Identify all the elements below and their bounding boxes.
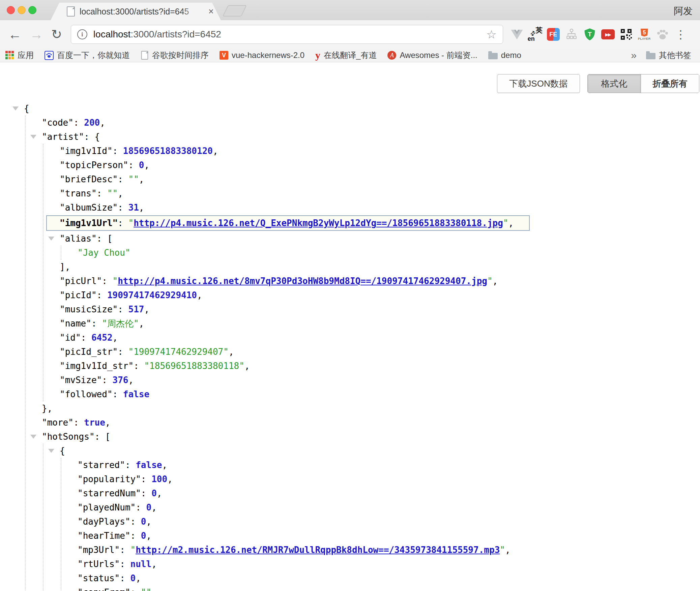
reload-button[interactable]: ↻ [51,28,62,41]
json-link[interactable]: http://m2.music.126.net/RMJR7wDullRqppBk… [136,545,500,555]
other-bookmarks-label: 其他书签 [659,50,691,61]
window-close-button[interactable] [7,6,15,14]
back-button[interactable]: ← [8,28,22,41]
json-string: "周杰伦" [102,318,139,329]
json-line: "rtUrls": null, [78,557,530,571]
paw-extension-icon[interactable] [653,25,672,43]
sitemap-extension-icon[interactable] [562,25,581,43]
json-children: "starred": false,"popularity": 100,"star… [61,458,530,591]
json-punct: , [144,304,149,314]
json-number: 6452 [91,333,113,343]
json-punct: : { [84,132,100,142]
json-key: "trans" [60,188,97,198]
new-tab-button[interactable] [223,5,247,17]
tab-title-fade [181,7,205,17]
bookmark-label: Awesomes - 前端资... [400,50,477,61]
json-punct: { [24,103,29,114]
json-number: 31 [128,203,139,213]
json-key: "popularity" [78,474,141,484]
format-button[interactable]: 格式化 [588,74,641,93]
json-key: "picId" [60,290,97,300]
json-punct: , [493,276,498,286]
awesomes-a-icon: A [387,51,396,60]
json-line: "id": 6452, [60,331,530,345]
html5-player-icon[interactable]: 5 PLAYER [635,25,653,43]
baidu-paw-icon [45,51,54,60]
youdao-y-icon: y [315,50,320,60]
json-punct: { [60,446,65,456]
json-key: "status" [78,573,120,583]
bookmark-youdao[interactable]: y 在线翻译_有道 [315,50,377,61]
folder-icon [646,53,655,59]
json-number: 18569651883380120 [123,146,213,156]
json-key: "starred" [78,460,125,470]
bookmark-label: vue-hackernews-2.0 [232,51,304,60]
bookmark-awesomes[interactable]: A Awesomes - 前端资... [387,50,477,61]
json-punct: , [197,290,202,300]
bookmark-vue-hackernews[interactable]: V vue-hackernews-2.0 [220,51,304,60]
translate-zh-glyph: 英 [536,26,543,35]
json-punct: : [113,146,123,156]
json-link[interactable]: http://p4.music.126.net/Q_ExePNkmgB2yWyL… [134,218,503,228]
video-fastforward-icon[interactable]: ▶▶ [599,25,617,43]
page-info-icon[interactable]: i [77,29,87,39]
json-string: "18569651883380118" [144,361,244,371]
window-zoom-button[interactable] [28,6,36,14]
json-line: "code": 200, [42,116,530,130]
collapse-arrow-icon[interactable] [48,237,54,241]
window-minimize-button[interactable] [18,6,26,14]
collapse-arrow-icon[interactable] [30,135,36,139]
bookmark-google-sort[interactable]: 谷歌按时间排序 [141,50,209,61]
json-punct: : [118,203,128,213]
url-path: :3000/artists?id=6452 [130,29,221,39]
json-key: "topicPerson" [60,160,128,170]
json-punct: , [213,146,218,156]
json-punct: : [118,174,128,184]
bookmark-label: 应用 [18,50,34,61]
profile-name[interactable]: 阿发 [674,5,693,18]
json-link[interactable]: http://p4.music.126.net/8mv7qP30Pd3oHW8b… [118,276,487,286]
tab-close-icon[interactable]: × [208,7,214,16]
json-punct: : [128,160,139,170]
json-line: "topicPerson": 0, [60,158,530,172]
html5-label: PLAYER [638,37,651,40]
collapse-arrow-icon[interactable] [48,449,54,453]
json-quote: " [130,545,136,555]
collapse-all-button[interactable]: 折叠所有 [641,74,699,93]
json-line: "starredNum": 0, [78,486,530,500]
other-bookmarks[interactable]: 其他书签 [646,50,691,61]
bookmark-folder-demo[interactable]: demo [488,51,521,60]
qrcode-extension-icon[interactable] [617,25,635,43]
json-punct: , [229,347,234,357]
json-punct: , [151,559,157,569]
chrome-menu-icon[interactable]: ⋮ [672,25,690,43]
collapse-arrow-icon[interactable] [12,106,19,111]
json-punct: ], [60,262,70,272]
shield-letter: T [588,31,592,38]
json-punct: : [118,304,128,314]
bookmark-apps[interactable]: 应用 [5,50,34,61]
tampermonkey-shield-icon[interactable]: T [581,25,599,43]
json-punct: , [128,375,134,385]
json-null: null [130,559,152,569]
bookmark-baidu[interactable]: 百度一下，你就知道 [45,50,130,61]
fe-extension-icon[interactable]: FE [544,25,562,43]
json-key: "name" [60,318,91,329]
json-number: 0 [141,517,146,527]
json-punct: , [146,517,152,527]
json-line: "followed": false [60,387,530,401]
download-json-button[interactable]: 下载JSON数据 [497,74,580,93]
vue-devtools-icon[interactable] [508,25,526,43]
translate-icon[interactable]: 英 en ⇄ [526,25,544,43]
bookmarks-overflow-icon[interactable]: » [631,50,637,61]
bookmark-star-icon[interactable]: ☆ [486,29,496,40]
browser-toolbar: ← → ↻ i localhost:3000/artists?id=6452 ☆… [0,20,700,49]
url-text[interactable]: localhost:3000/artists?id=6452 [93,29,221,40]
json-punct: , [113,333,118,343]
address-bar[interactable]: i localhost:3000/artists?id=6452 ☆ [71,25,503,44]
browser-tab[interactable]: localhost:3000/artists?id=645 × [51,3,221,20]
collapse-arrow-icon[interactable] [30,435,36,439]
json-line-highlighted: "img1v1Url": "http://p4.music.126.net/Q_… [46,215,530,231]
json-punct: , [151,502,157,512]
json-key: "mvSize" [60,375,102,385]
